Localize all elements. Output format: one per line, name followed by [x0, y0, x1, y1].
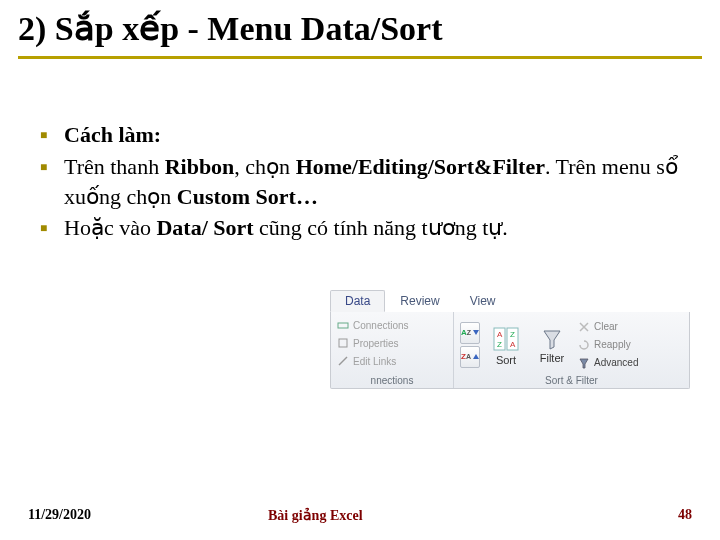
bullet-row: ■ Hoặc vào Data/ Sort cũng có tính năng …: [40, 213, 700, 243]
bullet-text: Cách làm:: [64, 120, 700, 150]
bullet-text: Trên thanh Ribbon, chọn Home/Editing/Sor…: [64, 152, 700, 211]
svg-text:A: A: [497, 330, 503, 339]
svg-rect-1: [339, 339, 347, 347]
bullet-row: ■ Cách làm:: [40, 120, 700, 150]
bullet-icon: ■: [40, 213, 64, 243]
title-wrap: 2) Sắp xếp - Menu Data/Sort: [18, 8, 702, 59]
svg-text:Z: Z: [497, 340, 502, 349]
slide-body: ■ Cách làm: ■ Trên thanh Ribbon, chọn Ho…: [40, 120, 700, 245]
connections-item[interactable]: Connections: [337, 316, 447, 334]
svg-text:Z: Z: [510, 330, 515, 339]
tab-review[interactable]: Review: [385, 290, 454, 312]
filter-icon: [542, 328, 562, 350]
group-sort-filter: AZ ZA A Z Z: [454, 312, 689, 388]
ribbon-tabs: Data Review View: [330, 290, 690, 312]
reapply-button[interactable]: Reapply: [578, 337, 638, 353]
svg-text:A: A: [510, 340, 516, 349]
tab-data[interactable]: Data: [330, 290, 385, 312]
group-label: Sort & Filter: [460, 373, 683, 386]
filter-options: Clear Reapply Advanced: [578, 316, 638, 373]
group-connections: Connections Properties Edit Links: [331, 312, 454, 388]
tab-view[interactable]: View: [455, 290, 511, 312]
footer-page: 48: [642, 507, 692, 524]
quick-sort: AZ ZA: [460, 316, 480, 373]
sort-asc-button[interactable]: AZ: [460, 322, 480, 344]
edit-links-item[interactable]: Edit Links: [337, 352, 447, 370]
edit-links-icon: [337, 355, 349, 367]
slide-title: 2) Sắp xếp - Menu Data/Sort: [18, 8, 702, 48]
slide: 2) Sắp xếp - Menu Data/Sort ■ Cách làm: …: [0, 0, 720, 540]
ribbon-body: Connections Properties Edit Links: [330, 312, 690, 389]
footer: 11/29/2020 Bài giảng Excel 48: [28, 507, 692, 524]
excel-ribbon: Data Review View Connections: [330, 290, 690, 389]
sort-desc-button[interactable]: ZA: [460, 346, 480, 368]
sort-button[interactable]: A Z Z A Sort: [486, 316, 526, 373]
properties-icon: [337, 337, 349, 349]
link-icon: [337, 319, 349, 331]
footer-title: Bài giảng Excel: [228, 507, 642, 524]
reapply-icon: [578, 339, 590, 351]
advanced-button[interactable]: Advanced: [578, 355, 638, 371]
svg-rect-0: [338, 323, 348, 328]
bullet-icon: ■: [40, 152, 64, 182]
clear-button[interactable]: Clear: [578, 319, 638, 335]
sort-icon: A Z Z A: [492, 326, 520, 352]
footer-date: 11/29/2020: [28, 507, 228, 524]
bullet-icon: ■: [40, 120, 64, 150]
properties-item[interactable]: Properties: [337, 334, 447, 352]
bullet-text: Hoặc vào Data/ Sort cũng có tính năng tư…: [64, 213, 700, 243]
advanced-icon: [578, 357, 590, 369]
bullet-row: ■ Trên thanh Ribbon, chọn Home/Editing/S…: [40, 152, 700, 211]
group-label: nnections: [337, 373, 447, 386]
clear-icon: [578, 321, 590, 333]
filter-button[interactable]: Filter: [532, 316, 572, 373]
